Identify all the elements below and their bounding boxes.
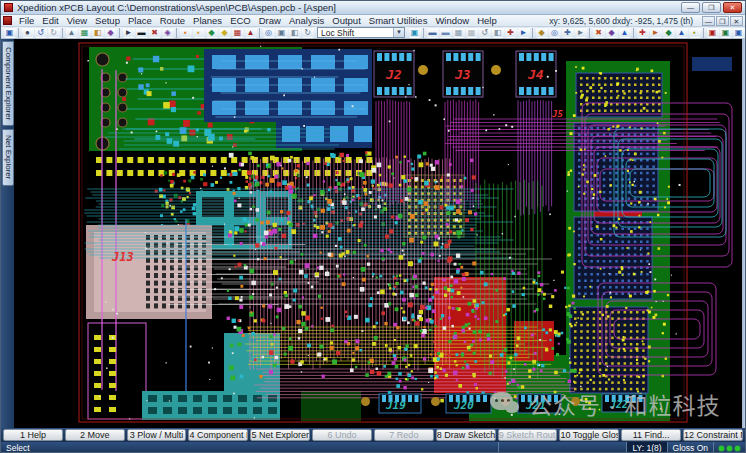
function-key-bar: 1 Help2 Move3 Plow / Multi4 Component Ex… [1, 428, 745, 442]
close-button[interactable]: ✕ [723, 2, 742, 13]
grid-snap-icon[interactable]: ▦ [453, 27, 465, 38]
fnkey-4-component-explorer[interactable]: 4 Component Explorer [188, 429, 248, 441]
menu-window[interactable]: Window [431, 15, 473, 26]
explorer-tab-strip: Component ExplorerNet Explorer [1, 39, 14, 428]
sidebar-tab-component-explorer[interactable]: Component Explorer [2, 41, 14, 126]
minimize-button[interactable]: — [681, 2, 700, 13]
tune-olive-icon[interactable]: ▪ [689, 27, 701, 38]
status-gloss[interactable]: Gloss On [667, 442, 713, 453]
fnkey-6-undo[interactable]: 6 Undo [312, 429, 372, 441]
pcb-layout-drawing[interactable]: J2J3J4J5J13J19J20J21J22 [14, 39, 742, 428]
check-batch-icon[interactable]: ✖ [593, 27, 605, 38]
app-window: Xpedition xPCB Layout C:\Demonstrations\… [0, 0, 746, 453]
cut-net-icon[interactable]: ✖ [149, 27, 161, 38]
drc-red-icon[interactable]: ▦ [232, 27, 244, 38]
zoom-board-icon[interactable]: ▣ [276, 27, 288, 38]
mdi-restore-button[interactable]: ❐ [716, 16, 729, 26]
padstack-orange-icon[interactable]: ▪ [180, 27, 192, 38]
tune-blue-icon[interactable]: ▲ [676, 27, 688, 38]
pen-blue-icon[interactable]: ► [518, 27, 530, 38]
redo-icon[interactable]: ↻ [48, 27, 60, 38]
redraw-icon[interactable]: ↻ [302, 27, 314, 38]
check-review-icon[interactable]: ◆ [606, 27, 618, 38]
fnkey-3-plow-multi[interactable]: 3 Plow / Multi [127, 429, 187, 441]
toolbar-separator [423, 28, 424, 38]
fnkey-7-redo[interactable]: 7 Redo [374, 429, 434, 441]
view-area-icon[interactable]: ◧ [289, 27, 301, 38]
pcb-design-canvas[interactable]: J2J3J4J5J13J19J20J21J22 公众号 · 和粒科技 [14, 39, 742, 428]
fnkey-9-sketch-route[interactable]: 9 Sketch Route [498, 429, 558, 441]
title-bar: Xpedition xPCB Layout C:\Demonstrations\… [1, 1, 745, 15]
menu-help[interactable]: Help [473, 15, 501, 26]
maximize-button[interactable]: ❐ [702, 2, 721, 13]
via-green-icon[interactable]: ◆ [206, 27, 218, 38]
status-bar: Select LY: 1(8) Gloss On [1, 442, 745, 453]
via-yellow-icon[interactable]: ◆ [219, 27, 231, 38]
fnkey-8-draw-sketch[interactable]: 8 Draw Sketch [436, 429, 496, 441]
report-red-icon[interactable]: ▣ [707, 27, 719, 38]
netline-icon[interactable]: ✚ [562, 27, 574, 38]
sheet-green-icon[interactable]: ▣ [720, 27, 732, 38]
tune-orange-icon[interactable]: ► [650, 27, 662, 38]
menu-eco[interactable]: ECO [226, 15, 255, 26]
undo-icon[interactable]: ↺ [35, 27, 47, 38]
svg-text:J3: J3 [454, 67, 471, 82]
setup-params-icon[interactable]: ◆ [105, 27, 117, 38]
svg-text:J5: J5 [551, 109, 563, 119]
display-control-icon[interactable]: ▣ [409, 27, 421, 38]
status-led [719, 446, 724, 451]
sidebar-tab-net-explorer[interactable]: Net Explorer [2, 129, 14, 185]
chevron-down-icon[interactable]: ▼ [393, 28, 404, 37]
mdi-minimize-button[interactable]: — [702, 16, 715, 26]
fnkey-2-move[interactable]: 2 Move [65, 429, 125, 441]
check-update-icon[interactable]: ▲ [619, 27, 631, 38]
move-up-icon[interactable]: ▲ [66, 27, 78, 38]
mirror-icon[interactable]: ◧ [492, 27, 504, 38]
target-icon[interactable]: ◎ [549, 27, 561, 38]
menu-analysis[interactable]: Analysis [285, 15, 328, 26]
display-dark-icon[interactable]: ▬ [136, 27, 148, 38]
menu-view[interactable]: View [63, 15, 91, 26]
mark-red-icon[interactable]: ✚ [505, 27, 517, 38]
scheme-dropdown[interactable]: Loc Shift ▼ [317, 27, 405, 38]
tune-red-icon[interactable]: ✚ [637, 27, 649, 38]
zoom-in-icon[interactable]: ◎ [263, 27, 275, 38]
select-arrow-icon[interactable]: ► [123, 27, 135, 38]
menu-route[interactable]: Route [156, 15, 189, 26]
align-right-icon[interactable]: ▬ [440, 27, 452, 38]
menu-setup[interactable]: Setup [91, 15, 124, 26]
svg-text:J20: J20 [453, 399, 474, 412]
svg-text:J13: J13 [111, 250, 134, 264]
fnkey-5-net-explorer[interactable]: 5 Net Explorer [250, 429, 310, 441]
probe-icon[interactable]: ► [575, 27, 587, 38]
mdi-close-button[interactable]: ✕ [730, 16, 743, 26]
doc-blue-icon[interactable]: ▣ [733, 27, 745, 38]
align-left-icon[interactable]: ▬ [427, 27, 439, 38]
menu-edit[interactable]: Edit [38, 15, 62, 26]
status-led [727, 446, 732, 451]
menu-place[interactable]: Place [124, 15, 156, 26]
plane-orange-icon[interactable]: ▪ [193, 27, 205, 38]
menu-output[interactable]: Output [328, 15, 365, 26]
swap-mode-icon[interactable]: ◈ [162, 27, 174, 38]
toolbar-separator [18, 28, 19, 38]
tune-green-icon[interactable]: ◆ [663, 27, 675, 38]
fnkey-11-find[interactable]: 11 Find... [621, 429, 681, 441]
save-icon[interactable]: ▣ [4, 27, 16, 38]
measure-icon[interactable]: ◆ [536, 27, 548, 38]
find-icon[interactable]: ● [22, 27, 34, 38]
place-parts-icon[interactable]: ▦ [79, 27, 91, 38]
svg-text:J2: J2 [385, 67, 402, 82]
hazard-red-icon[interactable]: ▲ [245, 27, 257, 38]
menu-planes[interactable]: Planes [189, 15, 226, 26]
fnkey-1-help[interactable]: 1 Help [3, 429, 63, 441]
status-mode: Select [1, 443, 498, 453]
fnkey-10-toggle-gloss[interactable]: 10 Toggle Gloss [559, 429, 619, 441]
rotate-icon[interactable]: ↺ [479, 27, 491, 38]
menu-draw[interactable]: Draw [255, 15, 285, 26]
grid-toggle-icon[interactable]: ▦ [466, 27, 478, 38]
library-icon[interactable]: ◧ [92, 27, 104, 38]
fnkey-12-constraint-manager[interactable]: 12 Constraint Manager... [683, 429, 743, 441]
menu-file[interactable]: File [15, 15, 38, 26]
menu-smart-utilities[interactable]: Smart Utilities [365, 15, 432, 26]
